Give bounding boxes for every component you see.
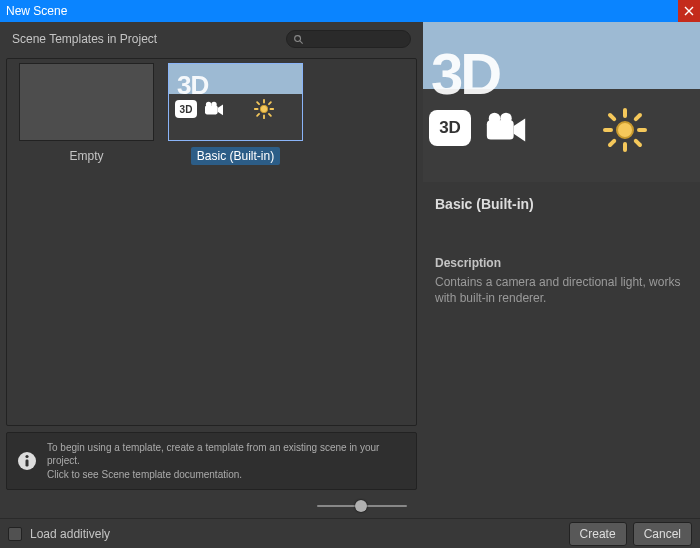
svg-point-20 [617, 122, 633, 138]
sun-icon [253, 98, 275, 120]
titlebar: New Scene [0, 0, 700, 22]
thumbnail-size-row [0, 496, 423, 518]
camera-icon [203, 100, 225, 118]
cancel-button[interactable]: Cancel [633, 522, 692, 546]
description-header: Description [435, 256, 688, 270]
search-input[interactable] [286, 30, 411, 48]
svg-line-10 [257, 102, 259, 104]
svg-line-12 [257, 114, 259, 116]
hint-box[interactable]: To begin using a template, create a temp… [6, 432, 417, 491]
svg-point-18 [489, 113, 501, 125]
preview-3d-text: 3D [177, 70, 208, 101]
load-additively-label: Load additively [30, 527, 110, 541]
info-icon [17, 451, 37, 471]
badge-3d-icon: 3D [429, 110, 471, 146]
section-title: Scene Templates in Project [12, 32, 157, 46]
main-area: Scene Templates in Project Empty 3D 3D B… [0, 22, 700, 518]
svg-rect-2 [205, 105, 218, 114]
left-panel: Scene Templates in Project Empty 3D 3D B… [0, 22, 423, 518]
svg-rect-17 [487, 120, 514, 139]
preview-3d-text: 3D [431, 40, 499, 107]
create-button[interactable]: Create [569, 522, 627, 546]
sun-icon [601, 106, 649, 154]
svg-line-28 [636, 115, 640, 119]
template-label: Empty [63, 147, 109, 165]
svg-point-19 [500, 113, 512, 125]
svg-line-26 [636, 141, 640, 145]
left-header: Scene Templates in Project [0, 22, 423, 58]
preview-pane: 3D 3D [423, 22, 700, 182]
detail-pane: Basic (Built-in) Description Contains a … [423, 182, 700, 320]
close-icon [684, 6, 694, 16]
hint-line1: To begin using a template, create a temp… [47, 441, 406, 468]
footer-left: Load additively [8, 527, 110, 541]
svg-point-0 [295, 35, 301, 41]
camera-icon [483, 108, 529, 148]
template-grid: Empty 3D 3D Basic (Built-in) [6, 58, 417, 426]
svg-line-25 [610, 115, 614, 119]
template-basic[interactable]: 3D 3D Basic (Built-in) [168, 63, 303, 165]
close-button[interactable] [678, 0, 700, 22]
svg-line-27 [610, 141, 614, 145]
description-text: Contains a camera and directional light,… [435, 274, 688, 306]
svg-line-1 [300, 40, 303, 43]
template-empty[interactable]: Empty [19, 63, 154, 165]
footer: Load additively Create Cancel [0, 518, 700, 548]
template-basic-thumb: 3D 3D [168, 63, 303, 141]
slider-knob[interactable] [355, 500, 367, 512]
load-additively-checkbox[interactable] [8, 527, 22, 541]
svg-point-3 [206, 102, 211, 107]
svg-rect-16 [26, 459, 29, 466]
hint-text: To begin using a template, create a temp… [47, 441, 406, 482]
right-panel: 3D 3D Basic (Built-in) Description Conta… [423, 22, 700, 518]
svg-line-13 [269, 102, 271, 104]
template-label: Basic (Built-in) [191, 147, 280, 165]
svg-point-15 [25, 455, 28, 458]
window-title: New Scene [6, 4, 67, 18]
detail-title: Basic (Built-in) [435, 196, 688, 212]
footer-buttons: Create Cancel [569, 522, 692, 546]
search-icon [293, 34, 304, 45]
hint-line2: Click to see Scene template documentatio… [47, 468, 406, 482]
svg-point-5 [260, 105, 267, 112]
template-empty-thumb [19, 63, 154, 141]
svg-point-4 [211, 102, 216, 107]
badge-3d-icon: 3D [175, 100, 197, 118]
thumbnail-size-slider[interactable] [317, 500, 407, 512]
svg-line-11 [269, 114, 271, 116]
